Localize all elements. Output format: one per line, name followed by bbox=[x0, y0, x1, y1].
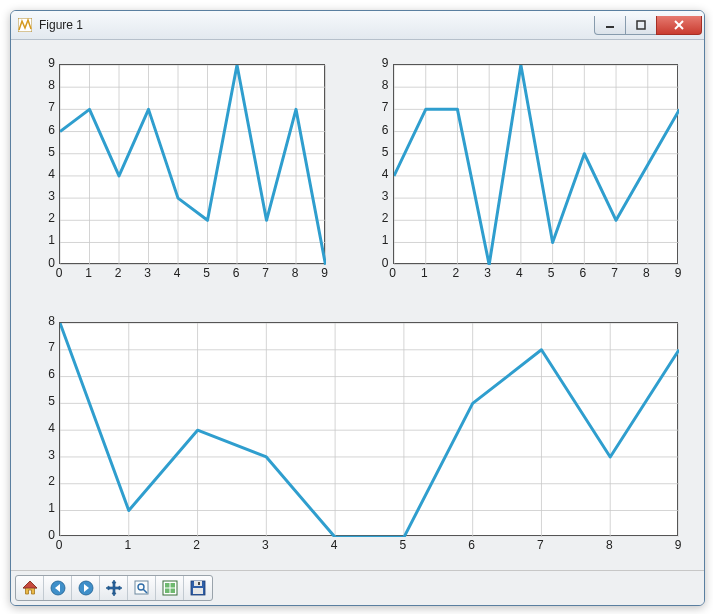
ytick-label: 8 bbox=[43, 78, 55, 92]
minimize-button[interactable] bbox=[594, 16, 626, 35]
xtick-label: 9 bbox=[672, 266, 684, 280]
ytick-label: 9 bbox=[377, 56, 389, 70]
ytick-label: 5 bbox=[43, 394, 55, 408]
subplots-button[interactable] bbox=[156, 576, 184, 600]
home-button[interactable] bbox=[16, 576, 44, 600]
ytick-label: 8 bbox=[377, 78, 389, 92]
xtick-label: 9 bbox=[319, 266, 331, 280]
ytick-label: 0 bbox=[43, 528, 55, 542]
ytick-label: 3 bbox=[377, 189, 389, 203]
svg-rect-75 bbox=[109, 587, 119, 589]
ytick-label: 6 bbox=[43, 123, 55, 137]
ytick-label: 1 bbox=[377, 233, 389, 247]
svg-rect-86 bbox=[198, 582, 200, 585]
xtick-label: 4 bbox=[513, 266, 525, 280]
navigation-toolbar bbox=[11, 570, 704, 605]
ytick-label: 1 bbox=[43, 233, 55, 247]
svg-rect-82 bbox=[165, 589, 170, 594]
plots-container: 0123456789012345678901234567890123456789… bbox=[31, 58, 684, 564]
xtick-label: 4 bbox=[171, 266, 183, 280]
svg-marker-70 bbox=[112, 580, 116, 583]
ytick-label: 0 bbox=[43, 256, 55, 270]
figure-window: Figure 1 0123456789012345678901234567890 bbox=[10, 10, 705, 606]
ytick-label: 6 bbox=[43, 367, 55, 381]
svg-rect-81 bbox=[170, 583, 175, 588]
ytick-label: 7 bbox=[43, 100, 55, 114]
ytick-label: 4 bbox=[43, 167, 55, 181]
figure-canvas: 0123456789012345678901234567890123456789… bbox=[11, 40, 704, 570]
xtick-label: 7 bbox=[609, 266, 621, 280]
svg-marker-65 bbox=[23, 581, 37, 588]
xtick-label: 3 bbox=[259, 538, 271, 552]
ytick-label: 8 bbox=[43, 314, 55, 328]
ytick-label: 9 bbox=[43, 56, 55, 70]
titlebar: Figure 1 bbox=[11, 11, 704, 40]
app-icon bbox=[17, 17, 33, 33]
plot-top-right[interactable] bbox=[393, 64, 679, 264]
xtick-label: 2 bbox=[112, 266, 124, 280]
xtick-label: 1 bbox=[418, 266, 430, 280]
ytick-label: 6 bbox=[377, 123, 389, 137]
window-title: Figure 1 bbox=[39, 18, 83, 32]
xtick-label: 5 bbox=[545, 266, 557, 280]
forward-button[interactable] bbox=[72, 576, 100, 600]
ytick-label: 3 bbox=[43, 189, 55, 203]
ytick-label: 5 bbox=[43, 145, 55, 159]
svg-rect-80 bbox=[165, 583, 170, 588]
xtick-label: 5 bbox=[397, 538, 409, 552]
xtick-label: 3 bbox=[482, 266, 494, 280]
xtick-label: 8 bbox=[289, 266, 301, 280]
ytick-label: 3 bbox=[43, 448, 55, 462]
close-button[interactable] bbox=[656, 16, 702, 35]
ytick-label: 0 bbox=[377, 256, 389, 270]
svg-rect-2 bbox=[637, 21, 645, 29]
xtick-label: 1 bbox=[122, 538, 134, 552]
svg-marker-73 bbox=[119, 586, 122, 590]
xtick-label: 2 bbox=[191, 538, 203, 552]
maximize-button[interactable] bbox=[625, 16, 657, 35]
save-button[interactable] bbox=[184, 576, 212, 600]
back-button[interactable] bbox=[44, 576, 72, 600]
ytick-label: 2 bbox=[43, 474, 55, 488]
xtick-label: 2 bbox=[450, 266, 462, 280]
xtick-label: 3 bbox=[142, 266, 154, 280]
svg-marker-72 bbox=[106, 586, 109, 590]
ytick-label: 5 bbox=[377, 145, 389, 159]
ytick-label: 7 bbox=[377, 100, 389, 114]
ytick-label: 7 bbox=[43, 340, 55, 354]
svg-rect-87 bbox=[193, 588, 203, 594]
ytick-label: 2 bbox=[377, 211, 389, 225]
xtick-label: 6 bbox=[577, 266, 589, 280]
xtick-label: 1 bbox=[83, 266, 95, 280]
ytick-label: 2 bbox=[43, 211, 55, 225]
xtick-label: 5 bbox=[201, 266, 213, 280]
pan-button[interactable] bbox=[100, 576, 128, 600]
zoom-button[interactable] bbox=[128, 576, 156, 600]
svg-rect-83 bbox=[170, 589, 175, 594]
ytick-label: 1 bbox=[43, 501, 55, 515]
xtick-label: 6 bbox=[466, 538, 478, 552]
svg-marker-71 bbox=[112, 593, 116, 596]
xtick-label: 9 bbox=[672, 538, 684, 552]
xtick-label: 6 bbox=[230, 266, 242, 280]
xtick-label: 7 bbox=[534, 538, 546, 552]
window-buttons bbox=[594, 16, 702, 35]
xtick-label: 7 bbox=[260, 266, 272, 280]
ytick-label: 4 bbox=[43, 421, 55, 435]
ytick-label: 4 bbox=[377, 167, 389, 181]
xtick-label: 4 bbox=[328, 538, 340, 552]
xtick-label: 8 bbox=[603, 538, 615, 552]
plot-bottom-wide[interactable] bbox=[59, 322, 678, 536]
plot-top-left[interactable] bbox=[59, 64, 325, 264]
xtick-label: 8 bbox=[640, 266, 652, 280]
